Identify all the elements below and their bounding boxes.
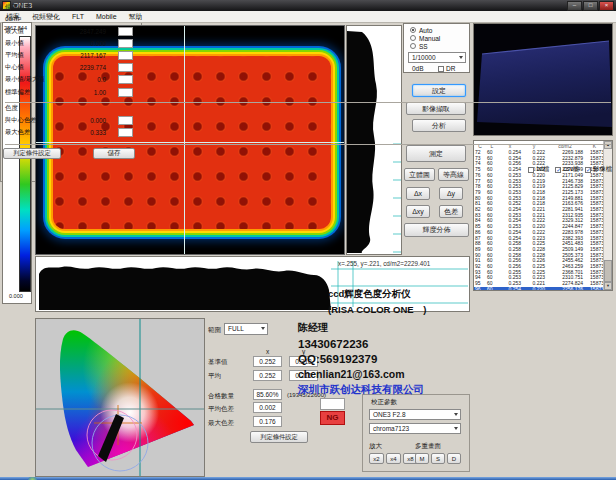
stat-judge-box	[118, 116, 133, 125]
zoom-x2-button[interactable]: x2	[369, 453, 384, 464]
checkbox-icon[interactable]: ✓	[585, 167, 591, 173]
vertical-profile-pane	[346, 25, 402, 255]
delta-x-button[interactable]: Δx	[406, 187, 430, 200]
stat-value: 0.000	[90, 117, 118, 124]
range-row-x-value: 0.252	[253, 370, 282, 381]
vertical-profile-plot	[347, 26, 401, 254]
radio-icon[interactable]	[410, 35, 416, 41]
scroll-down-icon[interactable]: ▼	[604, 282, 612, 290]
checkbox-label: 影像檔	[593, 165, 612, 174]
multi-screen-D-button[interactable]: D	[447, 453, 461, 464]
save-format-option[interactable]: ✓csv檔	[555, 165, 579, 174]
cie-diagram[interactable]	[36, 319, 204, 476]
gain-label: 0dB	[412, 65, 424, 73]
calibration-group: 校正參數 ONE3 F2.8chroma7123 放大 x2x4x8 多重畫面 …	[362, 394, 470, 472]
chroma-title: 色度	[5, 104, 18, 112]
close-button[interactable]: ×	[599, 1, 614, 11]
minimize-button[interactable]: –	[567, 1, 582, 11]
exposure-mode-label: Manual	[419, 35, 440, 42]
stats-title: 位置表示	[5, 3, 31, 11]
menubar: 檔案視頻變化FLTMobile幫助	[0, 11, 616, 23]
save-format-option[interactable]: txt檔	[528, 165, 549, 174]
menu-item-FLT[interactable]: FLT	[66, 12, 90, 22]
menu-item-視頻變化[interactable]: 視頻變化	[26, 12, 66, 22]
dr-label: DR	[446, 65, 455, 72]
measurement-table-pane: CLxycd/m2K 72600.2540.2222269.1881587373…	[473, 140, 613, 291]
contour-button[interactable]: 等高線	[438, 168, 469, 181]
stat-value: 1.00	[94, 89, 118, 96]
delta-y-button[interactable]: Δy	[439, 187, 463, 200]
range-judge-settings-button[interactable]: 判定條件設定	[250, 431, 308, 443]
calibration-select[interactable]: ONE3 F2.8	[369, 409, 461, 420]
stat-judge-box	[118, 27, 133, 36]
delta-xy-button[interactable]: Δxy	[406, 205, 430, 218]
stat-label: 最小值/最大值	[5, 75, 45, 84]
table-cell: 0.220	[522, 287, 546, 291]
table-column-header: K	[584, 141, 605, 150]
stat-value: 0.0	[97, 76, 118, 83]
range-row-label: 基準值	[208, 358, 228, 366]
exposure-mode-auto[interactable]: Auto	[410, 26, 469, 34]
radio-icon[interactable]	[410, 43, 416, 49]
stat-label: 最大色差	[5, 128, 30, 137]
maximize-button[interactable]: □	[583, 1, 598, 11]
save-button[interactable]: 儲存	[93, 148, 135, 159]
avg-diff-label: 平均色差	[208, 405, 234, 413]
table-cell: 2256.176	[546, 287, 584, 291]
col-y-header: y	[289, 348, 318, 356]
exposure-settings-box: AutoManualSS 1/10000 0dB DR	[403, 23, 470, 73]
stats-unit: cd/m²	[5, 15, 21, 23]
radio-icon[interactable]	[410, 27, 416, 33]
exposure-mode-ss[interactable]: SS	[410, 42, 469, 50]
stat-judge-box	[118, 51, 133, 60]
calibration-select[interactable]: chroma7123	[369, 423, 461, 434]
color-diff-button[interactable]: 色差	[439, 205, 463, 218]
dr-checkbox[interactable]	[438, 66, 444, 72]
range-row-label: 平均	[208, 372, 221, 380]
judge-settings-button[interactable]: 判定條件設定	[3, 148, 61, 159]
measure-button[interactable]: 測定	[406, 145, 466, 162]
table-row[interactable]: 96600.2540.2202256.17615873	[474, 287, 605, 291]
save-format-checkboxes: txt檔✓csv檔✓影像檔	[528, 165, 612, 174]
stat-row: 最大色差0.333	[1, 126, 137, 138]
stat-row: 與中心色差0.000	[1, 114, 137, 126]
checkbox-icon[interactable]: ✓	[555, 167, 561, 173]
zoom-x4-button[interactable]: x4	[386, 453, 401, 464]
set-button[interactable]: 設定	[412, 84, 466, 97]
table-scrollbar[interactable]: ▲ ▼	[603, 141, 612, 290]
table-column-header: L	[486, 141, 498, 150]
pass-count-value: 85.60%	[253, 389, 282, 400]
range-row-x-value: 0.252	[253, 356, 282, 367]
measurement-table: CLxycd/m2K 72600.2540.2222269.1881587373…	[474, 141, 605, 291]
max-diff-value: 0.176	[253, 416, 282, 427]
checkbox-icon[interactable]	[528, 167, 534, 173]
crosshair-horizontal[interactable]	[36, 142, 345, 143]
menu-item-幫助[interactable]: 幫助	[123, 12, 149, 22]
crosshair-vertical[interactable]	[184, 26, 185, 255]
scroll-up-icon[interactable]: ▲	[604, 141, 612, 149]
stat-judge-box	[118, 75, 133, 84]
range-select[interactable]: FULL	[224, 323, 268, 335]
range-row-y-value: 0.218	[289, 356, 318, 367]
save-format-option[interactable]: ✓影像檔	[585, 165, 612, 174]
table-cell: 60	[486, 287, 498, 291]
multi-screen-M-button[interactable]: M	[415, 453, 429, 464]
multi-screen-S-button[interactable]: S	[431, 453, 445, 464]
capture-button[interactable]: 影像擷取	[406, 102, 466, 115]
exposure-mode-manual[interactable]: Manual	[410, 34, 469, 42]
exposure-mode-label: SS	[419, 43, 428, 50]
luminance-dist-button[interactable]: 輝度分佈	[404, 223, 469, 237]
stat-label: 與中心色差	[5, 116, 36, 125]
menu-item-Mobile[interactable]: Mobile	[90, 12, 123, 22]
analyze-button[interactable]: 分析	[412, 119, 466, 132]
scroll-thumb[interactable]	[604, 260, 612, 282]
shutter-select[interactable]: 1/10000	[408, 52, 466, 63]
titlebar[interactable]: ONE3 – □ ×	[0, 0, 616, 11]
table-cell: 15873	[584, 287, 605, 291]
solid-view-button[interactable]: 立體圖	[404, 168, 435, 181]
stat-label: 最小值	[5, 39, 24, 48]
table-column-header: cd/m2	[546, 141, 584, 150]
stat-row: 最大值2847.249	[1, 25, 137, 37]
stat-row: 中心值2239.774	[1, 62, 137, 74]
cie-diagram-pane	[35, 318, 205, 477]
